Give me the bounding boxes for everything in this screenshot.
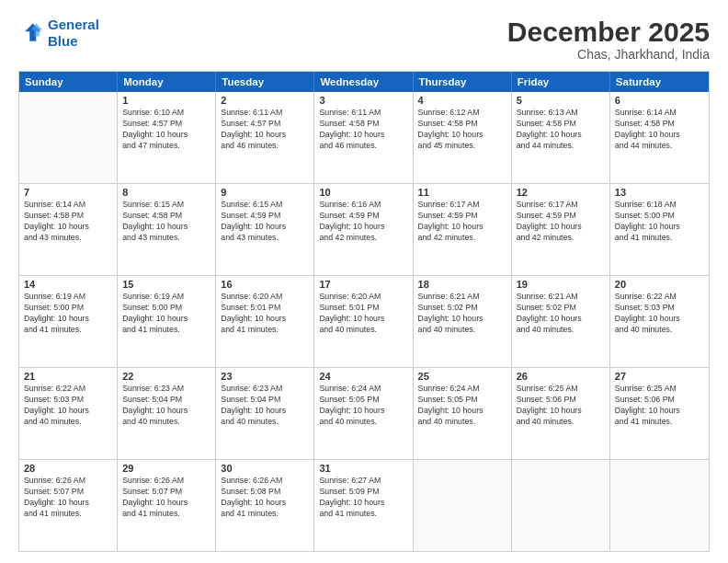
calendar-day-cell: 6Sunrise: 6:14 AMSunset: 4:58 PMDaylight… bbox=[610, 92, 709, 183]
cell-info-line: Sunset: 5:05 PM bbox=[319, 395, 407, 406]
day-number: 6 bbox=[615, 95, 704, 106]
day-number: 25 bbox=[418, 371, 506, 382]
cell-info-line: Sunrise: 6:24 AM bbox=[319, 384, 407, 395]
cell-info-line: Sunrise: 6:26 AM bbox=[24, 476, 112, 487]
cell-info-line: Daylight: 10 hours bbox=[418, 222, 506, 233]
month-title: December 2025 bbox=[507, 17, 710, 47]
cell-info-line: Daylight: 10 hours bbox=[615, 130, 704, 141]
day-number: 26 bbox=[517, 371, 605, 382]
calendar-row: 14Sunrise: 6:19 AMSunset: 5:00 PMDayligh… bbox=[19, 276, 709, 368]
calendar-row: 28Sunrise: 6:26 AMSunset: 5:07 PMDayligh… bbox=[19, 460, 709, 551]
day-number: 13 bbox=[615, 187, 704, 198]
cell-info-line: and 41 minutes. bbox=[319, 509, 407, 520]
calendar-day-cell: 13Sunrise: 6:18 AMSunset: 5:00 PMDayligh… bbox=[610, 184, 709, 275]
cell-info-line: and 40 minutes. bbox=[319, 417, 407, 428]
cell-info-line: Daylight: 10 hours bbox=[24, 222, 112, 233]
calendar-empty-cell bbox=[414, 460, 512, 551]
cell-info-line: Sunset: 5:01 PM bbox=[319, 303, 407, 314]
calendar-day-cell: 3Sunrise: 6:11 AMSunset: 4:58 PMDaylight… bbox=[314, 92, 413, 183]
calendar-day-cell: 7Sunrise: 6:14 AMSunset: 4:58 PMDaylight… bbox=[19, 184, 118, 275]
day-number: 18 bbox=[418, 279, 506, 290]
calendar-day-cell: 27Sunrise: 6:25 AMSunset: 5:06 PMDayligh… bbox=[610, 368, 709, 459]
calendar-empty-cell bbox=[610, 460, 709, 551]
calendar-row: 1Sunrise: 6:10 AMSunset: 4:57 PMDaylight… bbox=[19, 92, 709, 184]
cell-info-line: Daylight: 10 hours bbox=[517, 406, 605, 417]
calendar: SundayMondayTuesdayWednesdayThursdayFrid… bbox=[18, 71, 710, 552]
day-number: 19 bbox=[517, 279, 605, 290]
day-number: 23 bbox=[221, 371, 309, 382]
day-number: 4 bbox=[418, 95, 506, 106]
cell-info-line: Sunrise: 6:24 AM bbox=[418, 384, 506, 395]
logo-text: General Blue bbox=[48, 17, 99, 50]
cell-info-line: and 41 minutes. bbox=[122, 325, 210, 336]
cell-info-line: and 41 minutes. bbox=[615, 233, 704, 244]
cell-info-line: Daylight: 10 hours bbox=[122, 314, 210, 325]
cell-info-line: Sunset: 4:59 PM bbox=[221, 211, 309, 222]
calendar-row: 21Sunrise: 6:22 AMSunset: 5:03 PMDayligh… bbox=[19, 368, 709, 460]
cell-info-line: Sunrise: 6:23 AM bbox=[122, 384, 210, 395]
calendar-day-cell: 18Sunrise: 6:21 AMSunset: 5:02 PMDayligh… bbox=[414, 276, 512, 367]
cell-info-line: Sunrise: 6:17 AM bbox=[517, 200, 605, 211]
location: Chas, Jharkhand, India bbox=[507, 47, 710, 62]
cell-info-line: Sunrise: 6:26 AM bbox=[122, 476, 210, 487]
calendar-header: SundayMondayTuesdayWednesdayThursdayFrid… bbox=[19, 72, 709, 92]
cell-info-line: and 40 minutes. bbox=[517, 325, 605, 336]
cell-info-line: Daylight: 10 hours bbox=[615, 314, 704, 325]
calendar-day-cell: 1Sunrise: 6:10 AMSunset: 4:57 PMDaylight… bbox=[118, 92, 216, 183]
cell-info-line: and 46 minutes. bbox=[221, 141, 309, 152]
cell-info-line: and 43 minutes. bbox=[24, 233, 112, 244]
cell-info-line: Daylight: 10 hours bbox=[24, 498, 112, 509]
cell-info-line: and 45 minutes. bbox=[418, 141, 506, 152]
calendar-row: 7Sunrise: 6:14 AMSunset: 4:58 PMDaylight… bbox=[19, 184, 709, 276]
cell-info-line: Sunrise: 6:25 AM bbox=[517, 384, 605, 395]
cell-info-line: and 40 minutes. bbox=[122, 417, 210, 428]
calendar-day-cell: 21Sunrise: 6:22 AMSunset: 5:03 PMDayligh… bbox=[19, 368, 118, 459]
cell-info-line: Daylight: 10 hours bbox=[418, 314, 506, 325]
calendar-day-cell: 10Sunrise: 6:16 AMSunset: 4:59 PMDayligh… bbox=[314, 184, 413, 275]
day-number: 28 bbox=[24, 463, 112, 474]
calendar-day-cell: 26Sunrise: 6:25 AMSunset: 5:06 PMDayligh… bbox=[512, 368, 610, 459]
cell-info-line: Sunset: 4:58 PM bbox=[615, 119, 704, 130]
calendar-day-cell: 22Sunrise: 6:23 AMSunset: 5:04 PMDayligh… bbox=[118, 368, 216, 459]
calendar-empty-cell bbox=[512, 460, 610, 551]
cell-info-line: Daylight: 10 hours bbox=[122, 130, 210, 141]
cell-info-line: Sunset: 5:01 PM bbox=[221, 303, 309, 314]
cell-info-line: and 41 minutes. bbox=[615, 417, 704, 428]
calendar-day-cell: 11Sunrise: 6:17 AMSunset: 4:59 PMDayligh… bbox=[414, 184, 512, 275]
cell-info-line: and 40 minutes. bbox=[221, 417, 309, 428]
cell-info-line: Daylight: 10 hours bbox=[24, 406, 112, 417]
cell-info-line: Daylight: 10 hours bbox=[221, 222, 309, 233]
calendar-day-cell: 14Sunrise: 6:19 AMSunset: 5:00 PMDayligh… bbox=[19, 276, 118, 367]
calendar-day-cell: 20Sunrise: 6:22 AMSunset: 5:03 PMDayligh… bbox=[610, 276, 709, 367]
cell-info-line: Daylight: 10 hours bbox=[221, 130, 309, 141]
calendar-day-cell: 8Sunrise: 6:15 AMSunset: 4:58 PMDaylight… bbox=[118, 184, 216, 275]
weekday-header: Thursday bbox=[414, 72, 512, 92]
cell-info-line: Sunset: 4:57 PM bbox=[221, 119, 309, 130]
cell-info-line: and 41 minutes. bbox=[24, 325, 112, 336]
cell-info-line: Daylight: 10 hours bbox=[24, 314, 112, 325]
cell-info-line: and 46 minutes. bbox=[319, 141, 407, 152]
cell-info-line: and 41 minutes. bbox=[24, 509, 112, 520]
cell-info-line: Sunrise: 6:21 AM bbox=[517, 292, 605, 303]
cell-info-line: Daylight: 10 hours bbox=[122, 498, 210, 509]
day-number: 16 bbox=[221, 279, 309, 290]
cell-info-line: Sunset: 5:06 PM bbox=[615, 395, 704, 406]
cell-info-line: Sunset: 5:07 PM bbox=[24, 487, 112, 498]
header: General Blue December 2025 Chas, Jharkha… bbox=[18, 17, 710, 62]
calendar-day-cell: 16Sunrise: 6:20 AMSunset: 5:01 PMDayligh… bbox=[216, 276, 314, 367]
cell-info-line: Sunset: 4:59 PM bbox=[319, 211, 407, 222]
day-number: 8 bbox=[122, 187, 210, 198]
cell-info-line: Daylight: 10 hours bbox=[221, 498, 309, 509]
cell-info-line: Sunset: 4:58 PM bbox=[24, 211, 112, 222]
cell-info-line: Sunset: 5:03 PM bbox=[615, 303, 704, 314]
cell-info-line: and 42 minutes. bbox=[517, 233, 605, 244]
cell-info-line: Daylight: 10 hours bbox=[319, 406, 407, 417]
cell-info-line: and 41 minutes. bbox=[122, 509, 210, 520]
cell-info-line: Sunrise: 6:12 AM bbox=[418, 108, 506, 119]
cell-info-line: Daylight: 10 hours bbox=[122, 406, 210, 417]
cell-info-line: and 43 minutes. bbox=[221, 233, 309, 244]
cell-info-line: Daylight: 10 hours bbox=[418, 406, 506, 417]
cell-info-line: and 41 minutes. bbox=[221, 325, 309, 336]
cell-info-line: Sunrise: 6:20 AM bbox=[319, 292, 407, 303]
cell-info-line: Daylight: 10 hours bbox=[517, 222, 605, 233]
